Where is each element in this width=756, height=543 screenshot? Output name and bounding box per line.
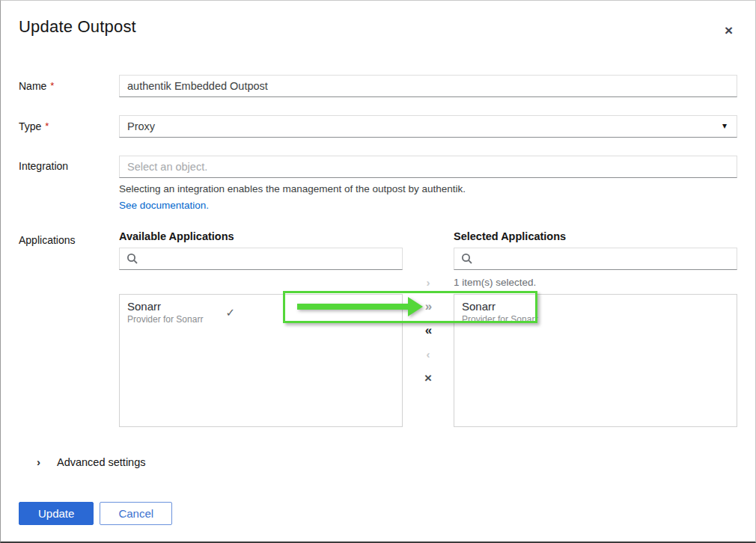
selected-list: Sonarr Provider for Sonarr [454,294,737,427]
required-asterisk: * [45,120,49,132]
applications-label: Applications [19,230,119,246]
modal-header: Update Outpost × [19,17,737,40]
integration-label: Integration [19,156,119,172]
integration-field-group: Selecting an integration enables the man… [119,156,737,212]
type-selected-value: Proxy [127,120,155,132]
integration-row: Integration Selecting an integration ena… [19,156,737,212]
list-item-available-sonarr[interactable]: Sonarr Provider for Sonarr ✓ [120,295,402,331]
list-item-title: Sonarr [462,300,537,313]
update-outpost-modal: Update Outpost × Name* Type* Proxy [0,0,756,543]
required-asterisk: * [50,80,54,91]
clear-selection-icon[interactable]: × [418,369,439,387]
available-status-zone [119,270,403,294]
available-search-input[interactable] [119,248,403,270]
name-field[interactable] [119,75,737,97]
available-search-wrap [119,248,403,270]
list-item-subtitle: Provider for Sonarr [462,314,537,325]
update-button[interactable]: Update [19,502,94,525]
type-row: Type* Proxy ▾ [19,115,737,138]
modal-footer: Update Cancel [19,502,737,525]
type-select[interactable]: Proxy [119,115,737,138]
selected-column: Selected Applications 1 item(s) selected… [454,230,737,427]
applications-row: Applications Available Applications [19,230,737,427]
list-item-subtitle: Provider for Sonarr [127,314,203,325]
selected-status-text: 1 item(s) selected. [454,277,536,288]
list-item-text: Sonarr Provider for Sonarr [462,300,537,325]
add-selected-button[interactable]: › [418,273,439,291]
type-select-wrap: Proxy ▾ [119,115,737,138]
check-icon: ✓ [225,306,235,319]
advanced-settings-label: Advanced settings [57,456,146,468]
remove-selected-button[interactable]: ‹ [418,345,439,363]
add-all-button[interactable]: » [418,297,439,315]
available-header: Available Applications [119,230,403,243]
name-row: Name* [19,75,737,97]
available-column: Available Applications Sonarr [119,230,403,427]
transfer-controls: › » « ‹ × [403,230,454,427]
advanced-settings-toggle[interactable]: › Advanced settings [31,455,737,468]
selected-status-zone: 1 item(s) selected. [454,270,737,294]
available-list: Sonarr Provider for Sonarr ✓ [119,294,403,427]
see-documentation-link[interactable]: See documentation. [119,200,209,212]
cancel-button[interactable]: Cancel [100,502,172,525]
list-item-text: Sonarr Provider for Sonarr [127,300,203,325]
selected-search-wrap [454,248,737,270]
integration-field[interactable] [119,156,737,178]
type-label: Type* [19,120,119,132]
selected-search-input[interactable] [454,248,737,270]
selected-header: Selected Applications [454,230,737,243]
outpost-form: Name* Type* Proxy ▾ Integration [19,75,737,525]
list-item-title: Sonarr [127,300,203,313]
chevron-right-icon: › [31,455,46,468]
dual-list-selector: Available Applications Sonarr [119,230,737,427]
integration-helper-text: Selecting an integration enables the man… [119,183,737,195]
list-item-selected-sonarr[interactable]: Sonarr Provider for Sonarr [454,295,737,331]
close-icon[interactable]: × [720,20,737,40]
type-label-text: Type [19,120,41,132]
name-label: Name* [19,80,119,92]
name-label-text: Name [19,80,46,92]
page-title: Update Outpost [19,17,136,37]
remove-all-button[interactable]: « [418,321,439,339]
